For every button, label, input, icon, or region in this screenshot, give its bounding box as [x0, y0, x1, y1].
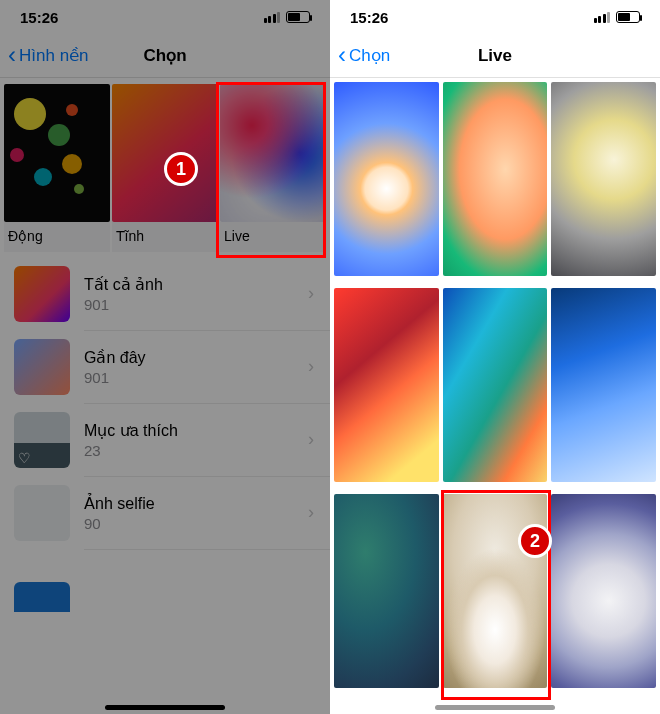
- album-count: 90: [84, 515, 294, 532]
- album-all-photos[interactable]: Tất cả ảnh 901 ›: [0, 258, 330, 330]
- album-live-photos[interactable]: [0, 550, 330, 618]
- status-indicators: [264, 11, 311, 23]
- category-live[interactable]: Live: [220, 84, 326, 252]
- album-text: Gần đây 901: [84, 348, 294, 386]
- wallpaper-tile[interactable]: [551, 288, 656, 482]
- wallpaper-tile[interactable]: [334, 82, 439, 276]
- category-row: Động Tĩnh Live: [0, 78, 330, 252]
- wallpaper-tile[interactable]: [551, 494, 656, 688]
- category-label: Live: [220, 222, 326, 252]
- category-stills[interactable]: Tĩnh: [112, 84, 218, 252]
- status-bar: 15:26: [330, 0, 660, 34]
- battery-icon: [616, 11, 640, 23]
- album-thumb: [14, 485, 70, 541]
- status-time: 15:26: [350, 9, 388, 26]
- wallpaper-tile[interactable]: [334, 494, 439, 688]
- wallpaper-tile[interactable]: [443, 288, 548, 482]
- chevron-right-icon: ›: [308, 283, 314, 304]
- category-thumb-stills: [112, 84, 218, 222]
- album-text: Mục ưa thích 23: [84, 421, 294, 459]
- album-count: 23: [84, 442, 294, 459]
- album-selfies[interactable]: Ảnh selfie 90 ›: [0, 477, 330, 549]
- status-bar: 15:26: [0, 0, 330, 34]
- album-title: Ảnh selfie: [84, 494, 294, 513]
- album-favorites[interactable]: Mục ưa thích 23 ›: [0, 404, 330, 476]
- album-text: Ảnh selfie 90: [84, 494, 294, 532]
- album-text: Tất cả ảnh 901: [84, 275, 294, 313]
- album-thumb: [14, 266, 70, 322]
- wallpaper-grid: [330, 78, 660, 700]
- back-label: Hình nền: [19, 45, 89, 66]
- screen-choose: 15:26 ‹ Hình nền Chọn Động Tĩnh Live: [0, 0, 330, 714]
- album-title: Mục ưa thích: [84, 421, 294, 440]
- back-button[interactable]: ‹ Hình nền: [0, 44, 89, 68]
- category-dynamic[interactable]: Động: [4, 84, 110, 252]
- chevron-left-icon: ‹: [338, 43, 346, 67]
- home-indicator[interactable]: [435, 705, 555, 710]
- category-label: Động: [4, 222, 110, 252]
- album-count: 901: [84, 296, 294, 313]
- battery-icon: [286, 11, 310, 23]
- signal-icon: [594, 12, 611, 23]
- back-label: Chọn: [349, 45, 390, 66]
- album-title: Gần đây: [84, 348, 294, 367]
- wallpaper-tile[interactable]: [443, 82, 548, 276]
- nav-bar: ‹ Hình nền Chọn: [0, 34, 330, 78]
- wallpaper-tile[interactable]: [551, 82, 656, 276]
- album-thumb: [14, 339, 70, 395]
- back-button[interactable]: ‹ Chọn: [330, 44, 390, 68]
- screen-live: 15:26 ‹ Chọn Live 2: [330, 0, 660, 714]
- album-thumb: [14, 412, 70, 468]
- chevron-right-icon: ›: [308, 429, 314, 450]
- status-indicators: [594, 11, 641, 23]
- nav-bar: ‹ Chọn Live: [330, 34, 660, 78]
- chevron-right-icon: ›: [308, 356, 314, 377]
- album-title: Tất cả ảnh: [84, 275, 294, 294]
- chevron-left-icon: ‹: [8, 43, 16, 67]
- album-count: 901: [84, 369, 294, 386]
- category-thumb-dynamic: [4, 84, 110, 222]
- album-list: Tất cả ảnh 901 › Gần đây 901 › Mục ưa th…: [0, 252, 330, 618]
- chevron-right-icon: ›: [308, 502, 314, 523]
- wallpaper-tile-selected[interactable]: [443, 494, 548, 688]
- album-thumb: [14, 582, 70, 612]
- home-indicator[interactable]: [105, 705, 225, 710]
- album-recent[interactable]: Gần đây 901 ›: [0, 331, 330, 403]
- category-thumb-live: [220, 84, 326, 222]
- status-time: 15:26: [20, 9, 58, 26]
- category-label: Tĩnh: [112, 222, 218, 252]
- wallpaper-tile[interactable]: [334, 288, 439, 482]
- signal-icon: [264, 12, 281, 23]
